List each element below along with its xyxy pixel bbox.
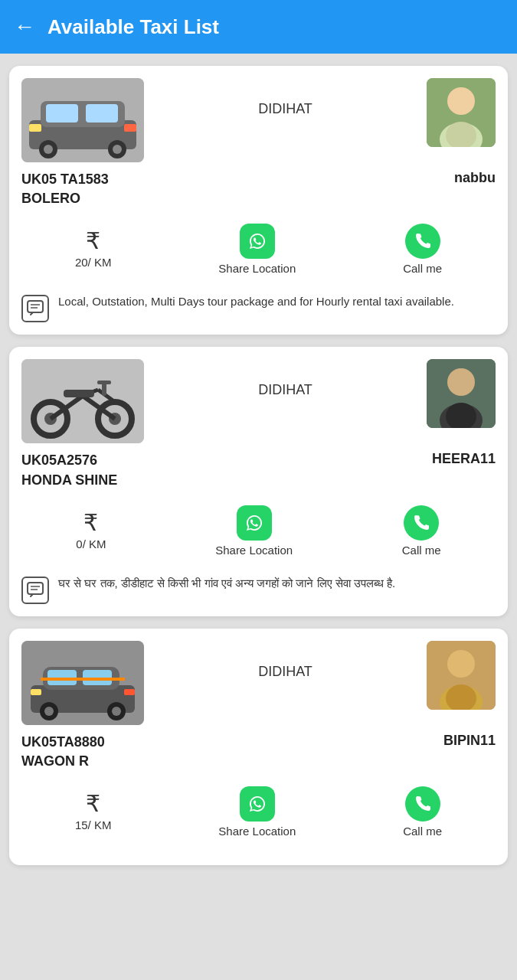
card-description-2: घर से घर तक, डीडीहाट से किसी भी गांव एवं… [21, 572, 496, 604]
card-location-1: DIDIHAT [144, 78, 427, 117]
price-label-3: 15/ KM [75, 818, 112, 831]
card-location-2: DIDIHAT [144, 359, 427, 398]
price-item-1: ₹ 20/ KM [75, 230, 112, 269]
card-top-row-3: DIDIHAT [21, 641, 496, 725]
svg-rect-10 [124, 124, 136, 132]
call-label-2: Call me [402, 544, 441, 557]
car-image-1 [21, 78, 144, 162]
svg-rect-48 [31, 689, 41, 695]
svg-rect-30 [97, 381, 111, 384]
whatsapp-icon-3[interactable] [240, 786, 275, 822]
svg-rect-36 [28, 583, 43, 594]
rupee-icon-2: ₹ [83, 511, 98, 534]
svg-rect-9 [29, 124, 41, 132]
share-location-2[interactable]: Share Location [215, 505, 293, 557]
chat-icon-1 [21, 295, 49, 322]
back-button[interactable]: ← [14, 15, 35, 39]
card-top-row: DIDIHAT [21, 78, 496, 162]
call-label-1: Call me [403, 262, 442, 275]
share-location-1[interactable]: Share Location [218, 224, 296, 275]
card-info-2: UK05A2576 HONDA SHINE HEERA11 [21, 451, 496, 489]
price-label-2: 0/ KM [76, 537, 106, 550]
svg-point-52 [447, 650, 475, 678]
chat-icon-2 [21, 577, 49, 604]
taxi-card-2: DIDIHAT UK05A2576 HONDA SHINE HEERA11 ₹ … [9, 347, 508, 616]
desc-text-1: Local, Outstation, Multi Days tour packa… [58, 293, 454, 311]
whatsapp-icon-2[interactable] [237, 505, 272, 541]
svg-point-45 [44, 707, 54, 716]
whatsapp-icon-1[interactable] [240, 224, 275, 259]
svg-point-8 [113, 145, 122, 154]
driver-photo-3 [427, 641, 496, 710]
rupee-icon-1: ₹ [86, 230, 100, 253]
share-label-3: Share Location [218, 825, 296, 838]
card-info-1: UK05 TA1583 BOLERO nabbu [21, 170, 496, 208]
phone-icon-3[interactable] [405, 786, 440, 822]
card-actions-2: ₹ 0/ KM Share Location Call m [21, 501, 496, 561]
car-image-2 [21, 359, 144, 443]
svg-point-32 [447, 368, 475, 396]
price-label-1: 20/ KM [75, 256, 112, 269]
vehicle-info-3: UK05TA8880 WAGON R [21, 733, 105, 771]
desc-text-2: घर से घर तक, डीडीहाट से किसी भी गांव एवं… [58, 575, 395, 593]
card-top-row-2: DIDIHAT [21, 359, 496, 443]
svg-point-12 [447, 87, 475, 115]
card-actions-1: ₹ 20/ KM Share Location Call [21, 219, 496, 279]
svg-rect-16 [28, 301, 43, 312]
driver-name-3: BIPIN11 [443, 733, 496, 749]
card-description-1: Local, Outstation, Multi Days tour packa… [21, 290, 496, 322]
card-info-3: UK05TA8880 WAGON R BIPIN11 [21, 733, 496, 771]
call-item-1[interactable]: Call me [403, 224, 442, 275]
phone-icon-2[interactable] [404, 505, 439, 541]
page-title: Available Taxi List [47, 15, 219, 39]
svg-rect-49 [124, 689, 135, 695]
phone-icon-1[interactable] [405, 224, 440, 259]
svg-point-6 [44, 145, 53, 154]
price-item-2: ₹ 0/ KM [76, 511, 106, 550]
taxi-card-3: DIDIHAT UK05TA8880 WAGON R BIPIN11 ₹ 15/… [9, 629, 508, 865]
svg-rect-3 [46, 104, 78, 122]
vehicle-info-2: UK05A2576 HONDA SHINE [21, 451, 117, 489]
driver-name-2: HEERA11 [432, 451, 496, 467]
driver-name-1: nabbu [454, 170, 496, 186]
call-item-3[interactable]: Call me [403, 786, 442, 838]
taxi-list: DIDIHAT UK05 TA1583 BOLERO nabbu ₹ 2 [0, 54, 517, 877]
share-label-1: Share Location [218, 262, 296, 275]
call-item-2[interactable]: Call me [402, 505, 441, 557]
share-location-3[interactable]: Share Location [218, 786, 296, 838]
card-actions-3: ₹ 15/ KM Share Location Call [21, 782, 496, 842]
driver-photo-1 [427, 78, 496, 147]
price-item-3: ₹ 15/ KM [75, 792, 112, 831]
app-header: ← Available Taxi List [0, 0, 517, 54]
svg-point-47 [112, 707, 121, 716]
share-label-2: Share Location [215, 544, 293, 557]
svg-rect-28 [64, 390, 94, 397]
vehicle-info-1: UK05 TA1583 BOLERO [21, 170, 109, 208]
svg-rect-4 [86, 104, 118, 122]
taxi-card-1: DIDIHAT UK05 TA1583 BOLERO nabbu ₹ 2 [9, 66, 508, 335]
driver-photo-2 [427, 359, 496, 428]
car-image-3 [21, 641, 144, 725]
rupee-icon-3: ₹ [86, 792, 100, 815]
call-label-3: Call me [403, 825, 442, 838]
card-location-3: DIDIHAT [144, 641, 427, 680]
